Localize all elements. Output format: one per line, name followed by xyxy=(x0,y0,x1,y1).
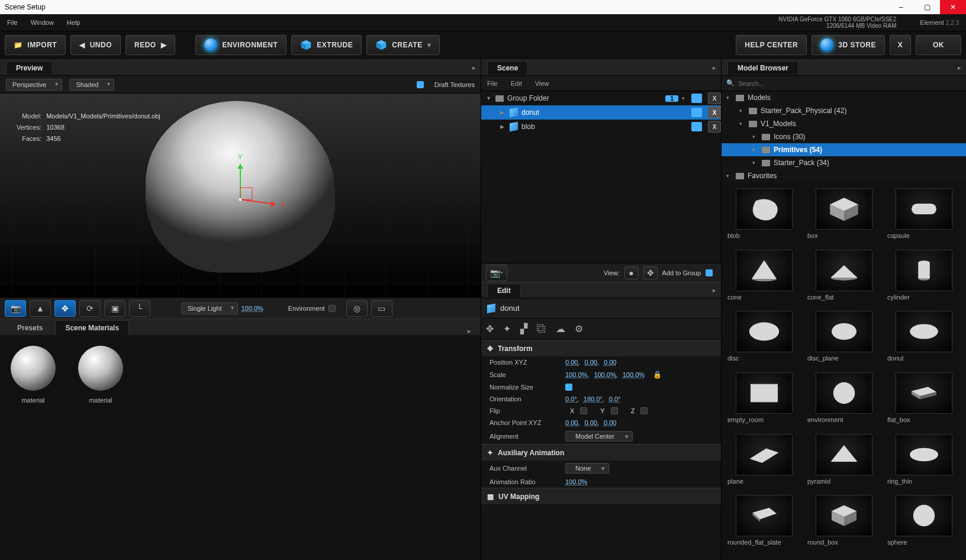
group-index-badge[interactable]: 1 xyxy=(665,95,678,102)
scale-tool[interactable]: ▣ xyxy=(104,300,125,317)
scene-tree-row[interactable]: ▶donutX xyxy=(481,105,721,120)
scene-menu-view[interactable]: View xyxy=(535,80,549,87)
window-maximize[interactable]: ▢ xyxy=(914,0,940,14)
select-tool[interactable]: ▲ xyxy=(30,300,51,317)
camera-tool[interactable]: 📷 xyxy=(5,300,26,317)
window-close[interactable]: ✕ xyxy=(940,0,966,14)
menu-file[interactable]: File xyxy=(7,19,18,26)
scene-menu-file[interactable]: File xyxy=(487,80,498,87)
surface-icon[interactable]: ▞ xyxy=(520,323,527,334)
panel-collapse[interactable]: ▸ xyxy=(708,61,721,74)
orient-y[interactable]: 180.0° xyxy=(584,395,604,403)
extrude-button[interactable]: EXTRUDE xyxy=(291,35,362,55)
view-mode-2[interactable]: ✥ xyxy=(643,266,658,279)
delete-button[interactable]: X xyxy=(708,107,721,118)
search-input[interactable] xyxy=(738,80,961,87)
add-to-group-checkbox[interactable] xyxy=(706,269,713,276)
chevron-down-icon[interactable]: ▾ xyxy=(682,95,688,101)
primitive-thumbnail[interactable]: donut xyxy=(885,311,962,370)
replicate-icon[interactable]: ⿻ xyxy=(537,324,546,334)
menu-window[interactable]: Window xyxy=(31,19,54,26)
panel-collapse[interactable]: ▸ xyxy=(708,284,721,297)
visibility-toggle[interactable] xyxy=(691,94,702,103)
help-center-button[interactable]: HELP CENTER xyxy=(736,35,807,55)
env-checkbox[interactable] xyxy=(329,305,336,312)
primitive-thumbnail[interactable]: disc xyxy=(725,311,803,370)
primitive-thumbnail[interactable]: round_box xyxy=(805,495,883,554)
scene-materials-tab[interactable]: Scene Materials xyxy=(55,320,129,335)
import-button[interactable]: 📁 IMPORT xyxy=(5,35,66,55)
settings-icon[interactable]: ⚙ xyxy=(575,323,583,334)
presets-tab[interactable]: Presets xyxy=(7,320,53,335)
viewport-3d[interactable]: Model:Models/V1_Models/Primitives/donut.… xyxy=(0,94,481,297)
delete-button[interactable]: X xyxy=(708,121,721,133)
model-browser-tab[interactable]: Model Browser xyxy=(727,61,798,75)
browser-tree-row[interactable]: ▾Primitives (54) xyxy=(722,143,966,156)
primitive-thumbnail[interactable]: blob xyxy=(725,188,803,247)
primitive-thumbnail[interactable]: capsule xyxy=(885,188,962,247)
primitive-thumbnail[interactable]: flat_box xyxy=(885,372,962,432)
frame-button[interactable]: ▭ xyxy=(371,300,392,317)
draft-textures-checkbox[interactable] xyxy=(417,81,424,88)
anchor-x[interactable]: 0.00 xyxy=(565,419,579,426)
visibility-toggle[interactable] xyxy=(691,108,702,117)
material-item[interactable]: material xyxy=(11,346,56,549)
undo-button[interactable]: ◀ UNDO xyxy=(70,35,121,55)
primitive-thumbnail[interactable]: pyramid xyxy=(805,434,883,493)
lighting-dropdown[interactable]: Single Light xyxy=(181,302,238,314)
scale-z[interactable]: 100.0% xyxy=(623,371,645,378)
redo-button[interactable]: REDO ▶ xyxy=(125,35,175,55)
lighting-value[interactable]: 100.0% xyxy=(242,305,263,312)
create-button[interactable]: CREATE ▾ xyxy=(366,35,440,55)
flip-z[interactable] xyxy=(640,407,648,414)
position-z[interactable]: 0.00 xyxy=(604,359,616,366)
position-x[interactable]: 0.00 xyxy=(565,359,579,366)
delete-button[interactable]: X xyxy=(708,92,721,104)
alignment-dropdown[interactable]: Model Center xyxy=(565,431,633,442)
view-mode-dropdown[interactable]: Perspective xyxy=(6,79,62,91)
orient-x[interactable]: 0.0° xyxy=(565,395,579,403)
preview-tab[interactable]: Preview xyxy=(6,61,53,75)
orient-z[interactable]: 0.0° xyxy=(609,395,621,403)
shading-dropdown[interactable]: Shaded xyxy=(69,79,114,91)
anchor-z[interactable]: 0.00 xyxy=(604,419,616,426)
environment-button[interactable]: ENVIRONMENT xyxy=(195,35,286,55)
close-panel-button[interactable]: X xyxy=(890,35,911,55)
position-y[interactable]: 0.00 xyxy=(584,359,598,366)
panel-collapse[interactable]: ▸ xyxy=(953,61,966,74)
normalize-checkbox[interactable] xyxy=(565,384,572,391)
store-button[interactable]: 3D STORE xyxy=(812,35,885,55)
new-camera-button[interactable]: 📷+ xyxy=(486,265,507,281)
scene-menu-edit[interactable]: Edit xyxy=(511,80,522,87)
browser-tree-row[interactable]: ▾V1_Models xyxy=(722,117,966,130)
primitive-thumbnail[interactable]: environment xyxy=(805,372,883,432)
primitive-thumbnail[interactable]: cone_flat xyxy=(805,250,883,309)
flip-x[interactable] xyxy=(580,407,587,414)
rotate-tool[interactable]: ⟳ xyxy=(79,300,101,317)
scene-tree-row[interactable]: ▼Group Folder1▾X xyxy=(481,91,721,105)
primitive-thumbnail[interactable]: box xyxy=(805,188,883,247)
anchor-y[interactable]: 0.00 xyxy=(584,419,598,426)
aux-ratio-value[interactable]: 100.0% xyxy=(565,478,587,485)
move-tool[interactable]: ✥ xyxy=(54,300,76,317)
primitive-thumbnail[interactable]: plane xyxy=(725,434,803,493)
primitive-thumbnail[interactable]: cone xyxy=(725,250,803,309)
menu-help[interactable]: Help xyxy=(67,19,80,26)
deform-icon[interactable]: ☁ xyxy=(556,323,565,334)
browser-tree-row[interactable]: ▾Icons (30) xyxy=(722,130,966,143)
scale-y[interactable]: 100.0% xyxy=(594,371,617,378)
visibility-toggle[interactable] xyxy=(691,122,702,131)
edit-tab[interactable]: Edit xyxy=(487,284,521,297)
view-mode-1[interactable]: ● xyxy=(624,266,639,279)
primitive-thumbnail[interactable]: sphere xyxy=(885,495,962,554)
primitive-thumbnail[interactable]: ring_thin xyxy=(885,434,962,493)
scene-tree-row[interactable]: ▶blobX xyxy=(481,120,721,134)
anchor-tool[interactable]: └ xyxy=(129,300,150,317)
move-icon[interactable]: ✥ xyxy=(486,323,494,334)
primitive-thumbnail[interactable]: empty_room xyxy=(725,372,803,432)
aux-channel-dropdown[interactable]: None xyxy=(565,463,609,474)
scale-x[interactable]: 100.0% xyxy=(565,371,589,378)
lock-icon[interactable]: 🔒 xyxy=(653,371,662,379)
browser-tree-row[interactable]: ▾Starter_Pack_Physical (42) xyxy=(722,104,966,117)
gear-icon[interactable]: ✦ xyxy=(503,323,511,334)
